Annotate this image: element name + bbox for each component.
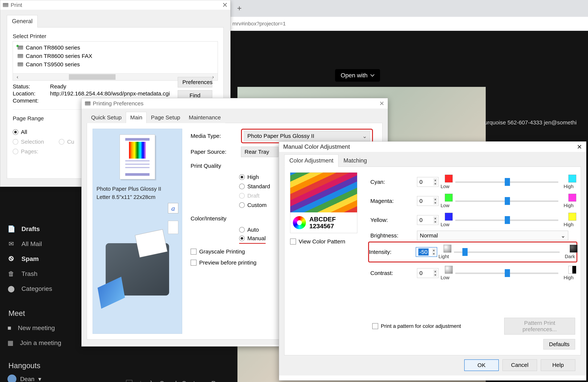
font-icon: a bbox=[168, 203, 178, 213]
radio-manual[interactable]: Manual bbox=[239, 234, 266, 244]
brightness-value: Normal bbox=[420, 232, 438, 239]
radio-icon bbox=[239, 184, 245, 189]
help-button[interactable]: Help bbox=[541, 360, 575, 371]
tab-matching[interactable]: Matching bbox=[338, 155, 372, 167]
light-label: Light bbox=[435, 254, 452, 259]
sliders: Cyan: 0▲▼ Low High Magenta: 0▲▼ Low High… bbox=[370, 172, 575, 283]
radio-label: Pages: bbox=[21, 148, 38, 155]
sidebar-item-spam[interactable]: 🛇Spam bbox=[7, 251, 52, 266]
low-label: Low bbox=[437, 275, 453, 281]
radio-label: Custom bbox=[247, 202, 267, 208]
brightness-dropdown[interactable]: Normal⌄ bbox=[417, 231, 568, 240]
slider-thumb[interactable] bbox=[505, 178, 510, 186]
chevron-down-icon: ⌄ bbox=[362, 133, 367, 139]
brightness-row: Brightness: Normal⌄ bbox=[370, 231, 575, 240]
printer-item[interactable]: Canon TS9500 series bbox=[18, 60, 213, 68]
slider-thumb[interactable] bbox=[505, 269, 510, 277]
contrast-spinner[interactable]: 0▲▼ bbox=[417, 268, 439, 278]
dark-swatch bbox=[570, 245, 578, 252]
meet-section: ■New meeting ▦Join a meeting bbox=[7, 320, 61, 350]
tab-page-setup[interactable]: Page Setup bbox=[147, 112, 184, 123]
tab-quick-setup[interactable]: Quick Setup bbox=[87, 112, 126, 123]
close-button[interactable]: ✕ bbox=[577, 143, 582, 151]
magenta-slider[interactable] bbox=[455, 197, 558, 205]
cancel-button[interactable]: Cancel bbox=[503, 360, 537, 371]
defaults-button[interactable]: Defaults bbox=[543, 339, 575, 350]
spin-up-icon[interactable]: ▲ bbox=[433, 270, 437, 273]
open-with-button[interactable]: Open with bbox=[335, 69, 380, 82]
sidebar-item-trash[interactable]: 🗑Trash bbox=[7, 266, 52, 281]
intensity-slider[interactable] bbox=[454, 248, 560, 256]
radio-all[interactable]: All bbox=[13, 127, 44, 137]
radio-icon bbox=[239, 236, 245, 241]
location-value: http://192.168.254.44:80/wsd/pnpx-metada… bbox=[50, 90, 170, 97]
chevron-down-icon: ▾ bbox=[38, 376, 41, 382]
spin-up-icon[interactable]: ▲ bbox=[433, 179, 437, 182]
photo-overlay-text: urquoise 562-607-4333 jen@somethi bbox=[484, 119, 577, 126]
contrast-slider[interactable] bbox=[455, 269, 558, 277]
printer-list[interactable]: Canon TR8600 series Canon TR8600 series … bbox=[13, 41, 218, 81]
spin-down-icon[interactable]: ▼ bbox=[432, 252, 436, 256]
checkbox[interactable] bbox=[126, 380, 132, 382]
slider-thumb[interactable] bbox=[462, 248, 468, 256]
tab-maintenance[interactable]: Maintenance bbox=[184, 112, 225, 123]
preferences-button[interactable]: Preferences bbox=[178, 77, 212, 88]
tab-general[interactable]: General bbox=[7, 15, 38, 27]
radio-label: All bbox=[21, 129, 27, 135]
close-button[interactable]: ✕ bbox=[222, 1, 228, 9]
pattern-preferences-button: Pattern Print preferences... bbox=[504, 318, 575, 335]
paper-source-dropdown[interactable]: Rear Tray bbox=[241, 147, 278, 157]
star-icon[interactable]: ☆ bbox=[138, 380, 143, 382]
intensity-spinner[interactable]: -50▲▼ bbox=[416, 247, 437, 257]
sidebar-item-allmail[interactable]: ✉All Mail bbox=[7, 236, 52, 251]
magenta-spinner[interactable]: 0▲▼ bbox=[417, 196, 439, 206]
hangout-dean[interactable]: Dean▾ bbox=[7, 375, 65, 382]
important-icon[interactable]: ❭ bbox=[149, 380, 154, 382]
sender: Google Customer Rev. bbox=[160, 380, 238, 382]
printer-item[interactable]: Canon TR8600 series FAX bbox=[18, 52, 213, 60]
radio-current: Cu bbox=[59, 137, 74, 147]
radio-icon bbox=[239, 174, 245, 180]
printer-name: Canon TR8600 series bbox=[26, 45, 80, 51]
meet-join-meeting[interactable]: ▦Join a meeting bbox=[7, 335, 61, 350]
cyan-slider[interactable] bbox=[455, 178, 558, 186]
hangouts-heading: Hangouts bbox=[8, 361, 40, 370]
sidebar-label: All Mail bbox=[21, 240, 42, 247]
checkbox-icon bbox=[190, 260, 197, 266]
spin-up-icon[interactable]: ▲ bbox=[433, 217, 437, 220]
sidebar-item-categories[interactable]: ⬤Categories bbox=[7, 281, 52, 296]
slider-thumb[interactable] bbox=[505, 216, 510, 224]
radio-icon bbox=[239, 193, 245, 199]
radio-icon bbox=[239, 202, 245, 208]
close-button[interactable]: ✕ bbox=[379, 100, 384, 107]
cyan-spinner[interactable]: 0▲▼ bbox=[417, 177, 439, 187]
meet-heading: Meet bbox=[8, 309, 25, 317]
print-pattern-checkbox[interactable]: Print a pattern for color adjustment bbox=[372, 323, 461, 329]
spin-up-icon[interactable]: ▲ bbox=[433, 198, 437, 201]
media-type-dropdown[interactable]: Photo Paper Plus Glossy II⌄ bbox=[244, 131, 370, 141]
avatar bbox=[7, 375, 16, 382]
yellow-high-swatch bbox=[568, 213, 576, 221]
media-value: Photo Paper Plus Glossy II bbox=[247, 133, 314, 139]
tab-main[interactable]: Main bbox=[126, 112, 147, 123]
magenta-value: 0 bbox=[420, 198, 423, 204]
spin-up-icon[interactable]: ▲ bbox=[432, 248, 436, 252]
scroll-thumb[interactable] bbox=[69, 74, 116, 80]
new-tab-button[interactable]: + bbox=[237, 4, 242, 13]
ok-button[interactable]: OK bbox=[464, 360, 499, 371]
tab-color-adjustment[interactable]: Color Adjustment bbox=[284, 155, 338, 167]
slider-thumb[interactable] bbox=[505, 197, 510, 205]
yellow-spinner[interactable]: 0▲▼ bbox=[417, 215, 439, 225]
contrast-high-swatch bbox=[568, 266, 576, 274]
printer-item[interactable]: Canon TR8600 series bbox=[18, 43, 213, 52]
yellow-low-swatch bbox=[445, 213, 453, 221]
scroll-left-icon[interactable]: ‹ bbox=[17, 74, 18, 80]
checkbox-label: Grayscale Printing bbox=[199, 248, 245, 255]
yellow-slider[interactable] bbox=[455, 216, 558, 224]
defaults-row: Defaults bbox=[543, 339, 575, 350]
sidebar-item-drafts[interactable]: 📄Drafts bbox=[7, 221, 52, 236]
meet-new-meeting[interactable]: ■New meeting bbox=[7, 320, 61, 335]
sidebar-label: Trash bbox=[21, 270, 38, 277]
radio-label: Draft bbox=[247, 193, 259, 199]
print-tabs: General bbox=[7, 15, 224, 27]
